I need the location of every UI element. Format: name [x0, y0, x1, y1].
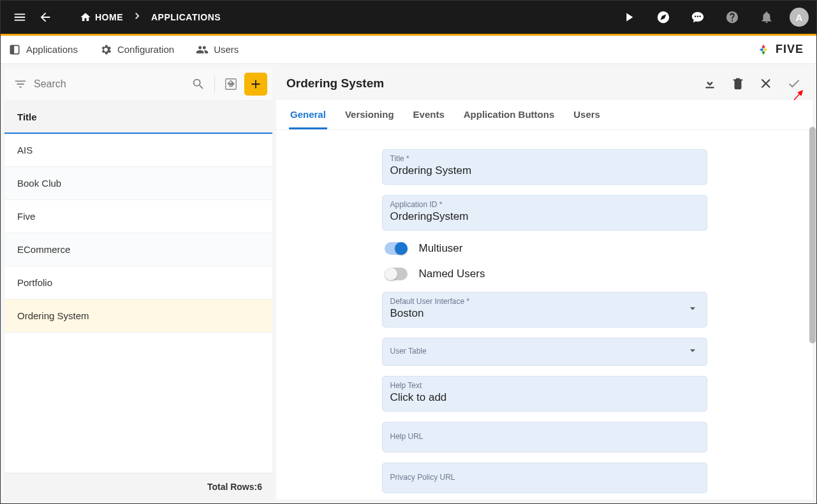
detail-title: Ordering System — [286, 76, 384, 90]
field-help-url[interactable]: Help URL — [382, 422, 707, 452]
subtab-events[interactable]: Events — [412, 100, 446, 129]
form-wrap: Title * Ordering System Application ID *… — [276, 130, 813, 500]
list-item[interactable]: Book Club — [4, 167, 272, 200]
help-icon[interactable] — [721, 6, 744, 29]
list-item[interactable]: AIS — [4, 134, 272, 167]
field-user-table-label: User Table — [390, 343, 699, 359]
subtab-general[interactable]: General — [289, 100, 327, 129]
left-panel: Title AISBook ClubFiveECommercePortfolio… — [4, 68, 272, 500]
topbar: HOME APPLICATIONS A — [1, 1, 816, 34]
chat-icon[interactable] — [686, 6, 709, 29]
tab-applications-label: Applications — [26, 44, 78, 55]
toggle-named-users-label: Named Users — [419, 268, 485, 280]
check-icon[interactable] — [786, 75, 802, 92]
detail-actions — [702, 75, 802, 92]
subtabs: GeneralVersioningEventsApplication Butto… — [276, 99, 813, 130]
field-title-value: Ordering System — [390, 164, 699, 178]
field-app-id[interactable]: Application ID * OrderingSystem — [382, 195, 707, 231]
form-column: Title * Ordering System Application ID *… — [382, 149, 707, 493]
breadcrumb-applications[interactable]: APPLICATIONS — [146, 12, 226, 22]
avatar-letter: A — [796, 12, 803, 23]
subtab-versioning[interactable]: Versioning — [344, 100, 395, 129]
subtab-application-buttons[interactable]: Application Buttons — [462, 100, 556, 129]
search-icon[interactable] — [188, 73, 209, 95]
list: AISBook ClubFiveECommercePortfolioOrderi… — [4, 134, 272, 473]
play-icon[interactable] — [617, 6, 640, 29]
filter-icon[interactable] — [10, 73, 31, 95]
avatar[interactable]: A — [790, 8, 809, 27]
brand-label: FIVE — [776, 43, 804, 56]
import-icon[interactable] — [220, 73, 242, 95]
chevron-down-icon — [686, 302, 699, 317]
tabstrip-left: Applications Configuration Users — [7, 40, 240, 60]
tab-users-label: Users — [214, 44, 239, 55]
field-default-ui-label: Default User Interface * — [390, 297, 699, 306]
field-title-label: Title * — [390, 154, 699, 163]
add-button[interactable] — [244, 73, 267, 96]
svg-rect-1 — [10, 45, 14, 54]
footer-prefix: Total Rows: — [207, 482, 257, 492]
footer-row: Total Rows: 6 — [4, 473, 272, 500]
toggle-named-users-row: Named Users — [382, 266, 707, 282]
topbar-right: A — [617, 6, 809, 29]
field-app-id-label: Application ID * — [390, 200, 699, 209]
field-help-text-label: Help Text — [390, 381, 699, 390]
field-help-text[interactable]: Help Text Click to add — [382, 376, 707, 412]
download-icon[interactable] — [702, 75, 718, 92]
list-item[interactable]: Ordering System — [4, 299, 272, 333]
search-input[interactable] — [34, 78, 185, 90]
explore-icon[interactable] — [652, 6, 675, 29]
search-row — [4, 68, 272, 101]
list-item[interactable]: ECommerce — [4, 233, 272, 266]
menu-icon[interactable] — [8, 6, 31, 29]
field-default-ui[interactable]: Default User Interface * Boston — [382, 292, 707, 328]
back-icon[interactable] — [34, 6, 57, 29]
subtab-users[interactable]: Users — [572, 100, 601, 129]
field-help-text-value: Click to add — [390, 391, 699, 405]
main: Title AISBook ClubFiveECommercePortfolio… — [1, 64, 816, 503]
breadcrumb-home[interactable]: HOME — [75, 11, 128, 23]
breadcrumb-applications-label: APPLICATIONS — [151, 12, 221, 22]
detail-header: Ordering System — [276, 68, 813, 99]
toggle-multiuser-label: Multiuser — [419, 242, 463, 255]
field-default-ui-value: Boston — [390, 307, 699, 321]
divider — [214, 76, 215, 92]
chevron-down-icon — [686, 344, 699, 359]
breadcrumb-home-label: HOME — [95, 12, 123, 22]
footer-count: 6 — [257, 482, 262, 492]
close-icon[interactable] — [758, 75, 774, 92]
tab-configuration[interactable]: Configuration — [98, 40, 175, 60]
toggle-multiuser[interactable] — [385, 242, 408, 255]
brand-logo-icon — [756, 43, 770, 57]
field-privacy-url-label: Privacy Policy URL — [390, 468, 699, 487]
delete-icon[interactable] — [730, 75, 746, 92]
list-item[interactable]: Five — [4, 200, 272, 233]
field-help-url-label: Help URL — [390, 427, 699, 446]
field-title[interactable]: Title * Ordering System — [382, 149, 707, 185]
column-header-label: Title — [17, 112, 37, 122]
field-app-id-value: OrderingSystem — [390, 210, 699, 224]
chevron-right-icon — [131, 10, 144, 25]
toggle-named-users[interactable] — [385, 268, 408, 280]
svg-line-2 — [794, 90, 802, 100]
field-privacy-url[interactable]: Privacy Policy URL — [382, 463, 707, 493]
tab-configuration-label: Configuration — [117, 44, 174, 55]
toggle-multiuser-row: Multiuser — [382, 241, 707, 256]
tab-users[interactable]: Users — [195, 40, 240, 60]
bell-icon[interactable] — [755, 6, 778, 29]
scrollbar[interactable] — [809, 63, 816, 499]
right-panel: Ordering System GeneralVersioningEventsA… — [276, 68, 813, 500]
tab-applications[interactable]: Applications — [7, 40, 79, 60]
list-item[interactable]: Portfolio — [4, 266, 272, 299]
topbar-left: HOME APPLICATIONS — [8, 6, 226, 29]
field-user-table[interactable]: User Table — [382, 338, 707, 366]
scrollbar-thumb[interactable] — [809, 127, 816, 343]
column-header-title[interactable]: Title — [4, 101, 272, 134]
tabstrip: Applications Configuration Users FIVE — [1, 36, 816, 64]
brand: FIVE — [756, 43, 810, 57]
